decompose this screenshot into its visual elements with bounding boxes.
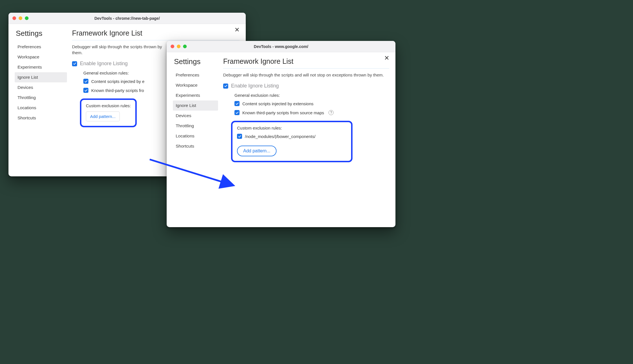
sidebar-item-workspace[interactable]: Workspace bbox=[15, 52, 67, 62]
sidebar-item-workspace[interactable]: Workspace bbox=[173, 80, 218, 90]
close-dot[interactable] bbox=[12, 16, 16, 20]
checkbox-content-scripts[interactable] bbox=[83, 79, 88, 84]
custom-rules-heading: Custom exclusion rules: bbox=[237, 126, 347, 130]
sidebar-item-locations[interactable]: Locations bbox=[173, 131, 218, 141]
sidebar-item-ignore-list[interactable]: Ignore List bbox=[15, 72, 67, 82]
sidebar-item-preferences[interactable]: Preferences bbox=[173, 70, 218, 80]
custom-pattern-text: /node_modules/|/bower_components/ bbox=[245, 134, 316, 139]
add-pattern-button[interactable]: Add pattern... bbox=[86, 111, 120, 121]
help-icon[interactable]: ? bbox=[329, 110, 334, 115]
settings-heading: Settings bbox=[15, 29, 67, 38]
checkbox-custom-pattern[interactable] bbox=[237, 134, 242, 139]
rule-label: Known third-party scripts from source ma… bbox=[242, 110, 324, 115]
rule-content-scripts[interactable]: Content scripts injected by extensions bbox=[234, 101, 389, 106]
traffic-lights bbox=[12, 16, 29, 20]
zoom-dot[interactable] bbox=[25, 16, 29, 20]
checkbox-enable-ignore[interactable] bbox=[72, 61, 77, 66]
enable-ignore-label: Enable Ignore Listing bbox=[80, 61, 128, 67]
checkbox-third-party[interactable] bbox=[234, 110, 240, 115]
sidebar-item-locations[interactable]: Locations bbox=[15, 103, 67, 113]
checkbox-content-scripts[interactable] bbox=[234, 101, 240, 106]
enable-ignore-listing-row[interactable]: Enable Ignore Listing bbox=[223, 83, 389, 89]
titlebar: DevTools - www.google.com/ bbox=[167, 41, 395, 52]
traffic-lights bbox=[171, 45, 187, 48]
rule-third-party[interactable]: Known third-party scripts from source ma… bbox=[234, 110, 389, 115]
add-pattern-button[interactable]: Add pattern... bbox=[237, 146, 277, 156]
enable-ignore-label: Enable Ignore Listing bbox=[231, 83, 279, 89]
general-rules-heading: General exclusion rules: bbox=[234, 93, 389, 98]
settings-heading: Settings bbox=[173, 57, 218, 66]
devtools-window-front: DevTools - www.google.com/ ✕ Settings Pr… bbox=[167, 41, 395, 227]
minimize-dot[interactable] bbox=[19, 16, 22, 20]
sidebar-item-experiments[interactable]: Experiments bbox=[173, 90, 218, 100]
checkbox-third-party[interactable] bbox=[83, 88, 88, 93]
custom-pattern-row[interactable]: /node_modules/|/bower_components/ bbox=[237, 134, 347, 139]
page-title: Framework Ignore List bbox=[72, 29, 240, 37]
checkbox-enable-ignore[interactable] bbox=[223, 84, 228, 89]
window-title: DevTools - www.google.com/ bbox=[167, 44, 395, 49]
page-title: Framework Ignore List bbox=[223, 57, 389, 65]
settings-main: Framework Ignore List Debugger will skip… bbox=[218, 57, 389, 221]
rule-label: Content scripts injected by e bbox=[91, 79, 144, 84]
titlebar: DevTools - chrome://new-tab-page/ bbox=[8, 13, 246, 24]
custom-rules-highlight: Custom exclusion rules: /node_modules/|/… bbox=[231, 121, 353, 162]
sidebar-item-ignore-list[interactable]: Ignore List bbox=[173, 100, 218, 111]
sidebar-item-preferences[interactable]: Preferences bbox=[15, 42, 67, 52]
divider bbox=[72, 40, 240, 40]
settings-sidebar: Settings Preferences Workspace Experimen… bbox=[173, 57, 218, 221]
minimize-dot[interactable] bbox=[177, 45, 180, 48]
window-title: DevTools - chrome://new-tab-page/ bbox=[8, 16, 246, 21]
custom-rules-heading: Custom exclusion rules: bbox=[86, 103, 131, 108]
sidebar-item-shortcuts[interactable]: Shortcuts bbox=[173, 141, 218, 151]
sidebar-item-throttling[interactable]: Throttling bbox=[173, 121, 218, 131]
close-icon[interactable]: ✕ bbox=[234, 27, 240, 33]
custom-rules-highlight: Custom exclusion rules: Add pattern... bbox=[80, 98, 137, 127]
close-dot[interactable] bbox=[171, 45, 174, 48]
sidebar-item-experiments[interactable]: Experiments bbox=[15, 62, 67, 72]
sidebar-item-shortcuts[interactable]: Shortcuts bbox=[15, 113, 67, 123]
zoom-dot[interactable] bbox=[183, 45, 187, 48]
sidebar-item-devices[interactable]: Devices bbox=[15, 82, 67, 93]
close-icon[interactable]: ✕ bbox=[384, 55, 389, 61]
page-description: Debugger will skip through the scripts a… bbox=[223, 72, 389, 78]
sidebar-item-throttling[interactable]: Throttling bbox=[15, 93, 67, 103]
page-description: Debugger will skip through the scripts t… bbox=[72, 44, 165, 56]
sidebar-item-devices[interactable]: Devices bbox=[173, 111, 218, 121]
rule-label: Content scripts injected by extensions bbox=[242, 101, 314, 106]
rule-label: Known third-party scripts fro bbox=[91, 88, 144, 93]
divider bbox=[223, 68, 389, 69]
settings-sidebar: Settings Preferences Workspace Experimen… bbox=[15, 29, 67, 170]
